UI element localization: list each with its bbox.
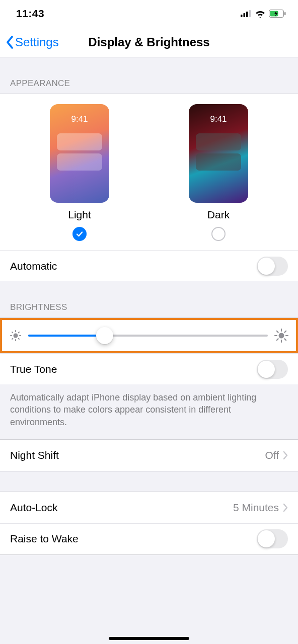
sun-max-icon [274,328,289,343]
wifi-icon [255,10,266,18]
svg-rect-3 [249,10,251,17]
status-time: 11:43 [16,8,44,20]
chevron-right-icon [283,451,288,460]
brightness-slider-row [0,318,298,353]
svg-rect-0 [241,15,243,17]
auto-lock-label: Auto-Lock [10,502,58,514]
svg-rect-1 [244,13,246,17]
brightness-slider-thumb[interactable] [96,327,113,344]
auto-lock-value: 5 Minutes [233,502,279,514]
page-title: Display & Brightness [88,35,209,49]
svg-point-16 [279,333,284,339]
true-tone-label: True Tone [10,363,57,375]
status-icons [241,10,286,18]
chevron-left-icon [5,35,14,49]
svg-point-7 [14,334,18,338]
true-tone-description: Automatically adapt iPhone display based… [0,384,298,439]
lock-group: Auto-Lock 5 Minutes Raise to Wake [0,492,298,555]
light-preview-thumbnail: 9:41 [50,104,109,203]
true-tone-toggle[interactable] [257,360,288,379]
light-label: Light [68,209,91,221]
preview-time: 9:41 [50,114,109,124]
back-button[interactable]: Settings [5,35,59,49]
appearance-option-dark[interactable]: 9:41 Dark [189,104,248,241]
back-label: Settings [15,35,59,49]
svg-rect-6 [284,12,286,15]
raise-to-wake-label: Raise to Wake [10,533,79,545]
checkmark-icon [76,230,84,238]
dark-radio[interactable] [211,227,226,241]
nav-header: Settings Display & Brightness [0,27,298,57]
automatic-row: Automatic [0,250,298,281]
preview-time: 9:41 [189,114,248,124]
svg-line-24 [284,331,286,333]
automatic-toggle[interactable] [257,257,288,276]
appearance-option-light[interactable]: 9:41 Light [50,104,109,241]
night-shift-value: Off [265,449,279,461]
true-tone-row: True Tone [0,353,298,384]
night-shift-group: Night Shift Off [0,439,298,471]
sun-min-icon [9,329,22,342]
raise-to-wake-row: Raise to Wake [0,523,298,554]
home-indicator [109,637,189,640]
svg-line-15 [19,332,19,333]
auto-lock-row[interactable]: Auto-Lock 5 Minutes [0,492,298,523]
chevron-right-icon [283,503,288,512]
svg-line-23 [277,339,278,340]
section-header-appearance: APPEARANCE [0,57,298,94]
dark-preview-thumbnail: 9:41 [189,104,248,203]
raise-to-wake-toggle[interactable] [257,529,288,548]
svg-line-22 [284,339,286,340]
light-radio-selected[interactable] [72,227,87,241]
night-shift-label: Night Shift [10,449,59,461]
dark-label: Dark [207,209,230,221]
battery-charging-icon [269,10,286,18]
cellular-signal-icon [241,10,252,17]
brightness-slider[interactable] [28,335,268,337]
status-bar: 11:43 [0,0,298,27]
night-shift-row[interactable]: Night Shift Off [0,440,298,471]
svg-line-21 [277,331,278,333]
svg-line-14 [12,339,13,339]
svg-line-13 [19,339,19,339]
section-header-brightness: BRIGHTNESS [0,281,298,317]
appearance-group: 9:41 Light 9:41 Dark Automatic [0,94,298,281]
brightness-group: True Tone [0,317,298,384]
svg-rect-2 [246,12,248,17]
automatic-label: Automatic [10,260,57,272]
svg-line-12 [12,332,13,333]
